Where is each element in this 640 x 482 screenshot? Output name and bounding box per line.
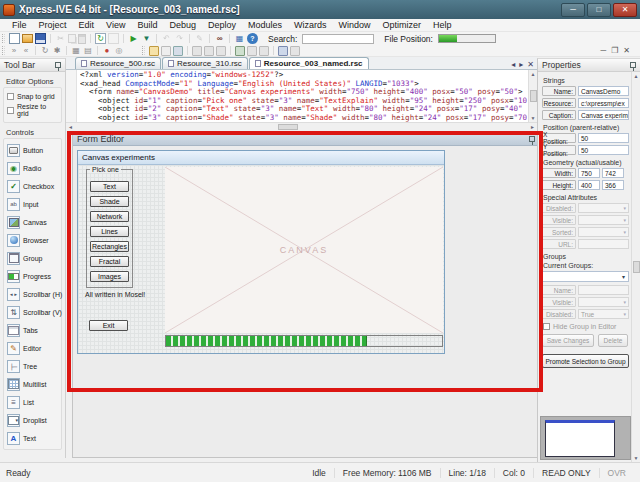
tab-resource-500[interactable]: Resource_500.rsc <box>75 57 161 69</box>
form-save-icon[interactable] <box>173 46 183 56</box>
group-visible-dropdown[interactable] <box>578 297 629 307</box>
pin-icon[interactable] <box>55 62 61 68</box>
new-icon[interactable] <box>9 33 20 44</box>
control-item-group[interactable]: Group <box>5 249 60 267</box>
toolbar-grip[interactable] <box>2 46 5 55</box>
control-item-radio[interactable]: Radio <box>5 159 60 177</box>
control-item-list[interactable]: List <box>5 393 60 411</box>
height-actual-field[interactable]: 400 <box>578 180 600 190</box>
x-position-field[interactable]: 50 <box>578 133 629 143</box>
menu-item-edit[interactable]: Edit <box>73 20 101 30</box>
designed-form-window[interactable]: Canvas experiments Pick one Text Shade N… <box>77 150 445 354</box>
maximize-button[interactable]: □ <box>587 3 611 17</box>
control-item-scrollbar-v[interactable]: Scrollbar (V) <box>5 303 60 321</box>
tab-resource-310[interactable]: Resource_310.rsc <box>162 57 248 69</box>
search-input[interactable] <box>302 34 374 44</box>
control-item-text[interactable]: Text <box>5 429 60 447</box>
preview-icon[interactable] <box>278 46 288 56</box>
menu-item-window[interactable]: Window <box>333 20 377 30</box>
step-back-icon[interactable]: « <box>21 46 31 55</box>
disabled-dropdown[interactable] <box>578 203 629 213</box>
align-right-icon[interactable] <box>216 46 226 56</box>
settings-icon[interactable] <box>290 46 300 56</box>
form-button-text[interactable]: Text <box>90 181 129 192</box>
group-name-field[interactable] <box>578 285 629 295</box>
form-new-icon[interactable] <box>149 46 159 56</box>
align-left-icon[interactable] <box>192 46 202 56</box>
pick-one-groupbox[interactable]: Pick one Text Shade Network Lines Rectan… <box>86 169 133 288</box>
mdi-restore-button[interactable]: ❐ <box>611 46 618 55</box>
canvas-widget[interactable]: CANVAS <box>165 167 443 333</box>
control-item-button[interactable]: Button <box>5 141 60 159</box>
control-item-input[interactable]: Input <box>5 195 60 213</box>
scrollbar-thumb[interactable] <box>530 90 537 102</box>
properties-scrollbar[interactable]: ▲ ▼ <box>631 72 640 462</box>
code-editor[interactable]: <?xml version="1.0" encoding="windows-12… <box>80 71 527 122</box>
layout-grid-icon[interactable] <box>235 46 245 56</box>
menu-item-modules[interactable]: Modules <box>242 20 288 30</box>
menu-item-optimizer[interactable]: Optimizer <box>377 20 428 30</box>
open-icon[interactable] <box>22 34 33 43</box>
caption-field[interactable]: Canvas experiments <box>578 110 629 120</box>
snap-to-grid-option[interactable]: Snap to grid <box>7 93 58 100</box>
visible-dropdown[interactable] <box>578 215 629 225</box>
menu-item-help[interactable]: Help <box>427 20 458 30</box>
control-item-tabs[interactable]: Tabs <box>5 321 60 339</box>
undo-icon[interactable] <box>161 33 172 44</box>
width-actual-field[interactable]: 750 <box>578 168 600 178</box>
toolbar-grip[interactable] <box>142 46 145 55</box>
minimize-button[interactable]: ─ <box>561 3 585 17</box>
menu-item-view[interactable]: View <box>100 20 131 30</box>
cut-icon[interactable] <box>55 33 66 44</box>
menu-item-file[interactable]: File <box>6 20 33 30</box>
edit-icon[interactable] <box>194 33 205 44</box>
menu-item-deploy[interactable]: Deploy <box>202 20 242 30</box>
resize-to-grid-checkbox[interactable] <box>7 107 14 114</box>
form-button-images[interactable]: Images <box>90 271 129 282</box>
scroll-up-icon[interactable]: ▲ <box>634 73 639 79</box>
tab-scroll-right-icon[interactable]: ▸ <box>519 60 523 69</box>
form-button-fractal[interactable]: Fractal <box>90 256 129 267</box>
sorted-dropdown[interactable] <box>578 227 629 237</box>
scrollbar-thumb[interactable] <box>278 124 298 130</box>
copy-icon[interactable] <box>68 34 76 43</box>
menu-item-debug[interactable]: Debug <box>163 20 202 30</box>
control-item-scrollbar-h[interactable]: Scrollbar (H) <box>5 285 60 303</box>
split-icon[interactable]: ▤ <box>83 46 93 55</box>
control-item-checkbox[interactable]: Checkbox <box>5 177 60 195</box>
control-item-tree[interactable]: Tree <box>5 357 60 375</box>
delete-button[interactable]: Delete <box>598 334 628 347</box>
pin-icon[interactable] <box>630 62 636 68</box>
record-icon[interactable]: ● <box>102 46 112 55</box>
search-binoculars-icon[interactable] <box>214 33 225 44</box>
toolbar-grip[interactable] <box>2 34 5 43</box>
tab-scroll-left-icon[interactable]: ◂ <box>511 60 515 69</box>
form-button-exit[interactable]: Exit <box>89 320 128 331</box>
refresh-icon[interactable]: ↻ <box>40 46 50 55</box>
control-item-progress[interactable]: Progress <box>5 267 60 285</box>
build-icon[interactable] <box>108 33 119 44</box>
control-item-droplist[interactable]: Droplist <box>5 411 60 429</box>
width-usable-field[interactable]: 742 <box>602 168 624 178</box>
mdi-minimize-button[interactable]: ─ <box>600 46 606 55</box>
resize-to-grid-option[interactable]: Resize to grid <box>7 103 58 117</box>
tab-close-icon[interactable]: ✕ <box>527 60 534 69</box>
control-item-multilist[interactable]: Multilist <box>5 375 60 393</box>
horizontal-scrollbar[interactable]: ◄ ► <box>66 122 537 131</box>
run-icon[interactable] <box>128 33 139 44</box>
control-item-editor[interactable]: Editor <box>5 339 60 357</box>
form-open-icon[interactable] <box>161 46 171 56</box>
scrollbar-thumb[interactable] <box>633 261 640 273</box>
y-position-field[interactable]: 50 <box>578 145 629 155</box>
promote-selection-button[interactable]: Promote Selection to Group <box>542 354 629 368</box>
name-field[interactable]: CanvasDemo <box>578 86 629 96</box>
scroll-left-icon[interactable]: ◄ <box>68 124 73 130</box>
control-item-canvas[interactable]: Canvas <box>5 213 60 231</box>
form-button-rectangles[interactable]: Rectangles <box>90 241 129 252</box>
window-icon[interactable] <box>234 33 245 44</box>
grid-icon[interactable]: ▦ <box>71 46 81 55</box>
stop-icon[interactable] <box>141 33 152 44</box>
clock-icon[interactable]: ◎ <box>114 46 124 55</box>
tab-resource-003-named[interactable]: Resource_003_named.rsc <box>249 57 369 69</box>
hide-group-option[interactable]: Hide Group in Editor <box>543 323 629 330</box>
